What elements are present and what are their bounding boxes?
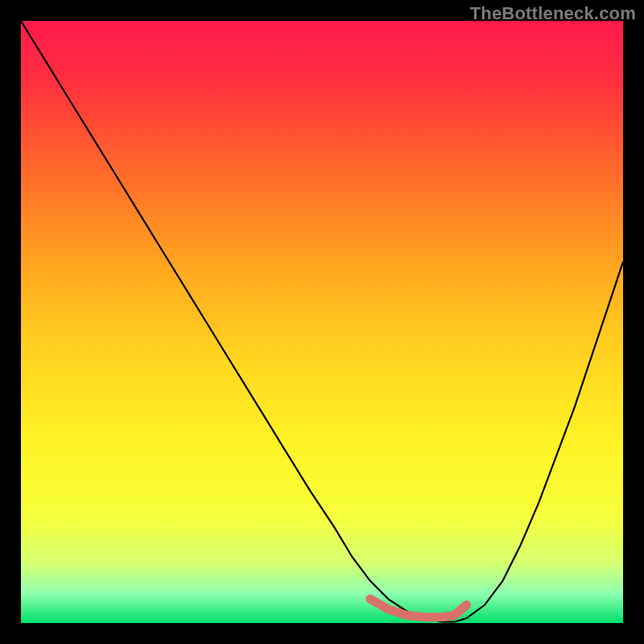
- plot-area: [21, 21, 623, 623]
- gradient-background: [21, 21, 623, 623]
- chart-frame: TheBottleneck.com: [0, 0, 644, 644]
- chart-svg: [21, 21, 623, 623]
- watermark-text: TheBottleneck.com: [470, 3, 636, 24]
